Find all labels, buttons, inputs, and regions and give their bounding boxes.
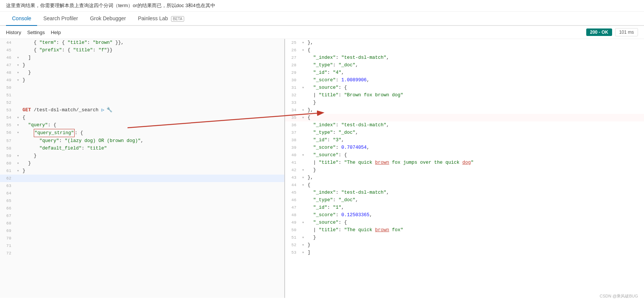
line-gutter: ▾ [300,174,306,181]
left-line-51: 51 [0,91,284,99]
line-gutter: ▾ [15,54,21,61]
line-number: 44 [285,181,300,189]
wrench-icon[interactable]: 🔧 [107,106,113,114]
line-content: "query": "(lazy dog) OR (brown dog)", [21,137,284,145]
run-icon[interactable]: ▷ [102,106,105,114]
line-gutter: ▾ [300,166,306,174]
left-line-61: 61▾} [0,167,284,175]
left-line-56: 56▾ "query_string": { [0,129,284,137]
right-line-41: 41 | "title": "The quick brown fox jumps… [285,159,644,166]
line-gutter: ▾ [15,69,21,76]
status-time-badge: 101 ms [615,28,638,36]
line-number: 60 [0,160,15,167]
left-line-47: 47▾} [0,61,284,69]
line-content: "_source": { [306,84,644,91]
watermark: CSDN @乘风破BUG [600,293,638,298]
line-number: 45 [285,189,300,196]
right-line-25: 25▾}, [285,39,644,46]
line-content: { [306,46,644,54]
line-content: | "title": "The quick brown fox jumps ov… [306,159,644,166]
right-line-44: 44▾{ [285,181,644,189]
left-line-55: 55▾ "query": { [0,121,284,129]
line-content: } [21,61,284,69]
line-content: GET /test-dsl-match/_search▷ 🔧 [21,106,284,114]
line-gutter: ▾ [300,151,306,159]
line-number: 44 [0,39,15,46]
right-line-53: 53▾] [285,249,644,256]
line-number: 32 [285,91,300,99]
line-number: 45 [0,46,15,54]
right-line-31: 31▾ "_source": { [285,84,644,91]
line-content: { "prefix": { "title": "f"}} [21,46,284,54]
line-gutter: ▾ [300,234,306,241]
line-content: "_id": "3", [306,136,644,144]
line-number: 30 [285,76,300,84]
right-line-48: 48 "_score": 0.12503365, [285,211,644,219]
line-gutter: ▾ [300,84,306,91]
line-content: } [306,166,644,174]
tab-grok-debugger[interactable]: Grok Debugger [84,12,132,26]
line-number: 47 [0,61,15,69]
line-number: 52 [0,99,15,106]
tab-console[interactable]: Console [6,12,37,26]
line-content: } [21,76,284,84]
line-gutter: ▾ [300,219,306,226]
left-line-70: 70 [0,235,284,242]
top-banner: 这里查询结果，你需要理解本质上查询这四个分词（term）or的结果而已，所以do… [0,0,644,12]
line-number: 34 [285,106,300,114]
toolbar-history[interactable]: History [6,30,21,35]
line-number: 42 [285,166,300,174]
left-line-59: 59▾ } [0,152,284,160]
left-line-64: 64 [0,190,284,197]
right-line-33: 33 } [285,99,644,106]
tab-painless-lab[interactable]: Painless Lab BETA [132,12,190,26]
right-line-29: 29 "_id": "4", [285,69,644,76]
line-number: 33 [285,99,300,106]
highlight-box: "query_string" [34,129,75,137]
line-number: 25 [285,39,300,46]
right-line-51: 51▾ } [285,234,644,241]
right-line-46: 46 "_type": "_doc", [285,196,644,204]
right-line-47: 47 "_id": "1", [285,204,644,211]
line-number: 48 [0,69,15,76]
left-line-65: 65 [0,197,284,205]
line-content: }, [306,106,644,114]
line-content: "_index": "test-dsl-match", [306,121,644,129]
right-line-50: 50 | "title": "The quick brown fox" [285,226,644,234]
right-panel[interactable]: 25▾},26▾{27 "_index": "test-dsl-match",2… [285,39,644,298]
line-content: ] [21,54,284,61]
line-gutter: ▾ [300,39,306,46]
right-line-39: 39 "_score": 0.7074054, [285,144,644,151]
line-number: 63 [0,182,15,190]
beta-badge: BETA [171,16,184,22]
line-number: 71 [0,242,15,250]
line-number: 39 [285,144,300,151]
line-number: 35 [285,114,300,121]
line-content: "query": { [21,121,284,129]
left-line-45: 45 { "prefix": { "title": "f"}} [0,46,284,54]
toolbar-help[interactable]: Help [51,30,61,35]
line-number: 58 [0,145,15,152]
status-ok-badge: 200 - OK [586,28,612,36]
tab-search-profiler[interactable]: Search Profiler [37,12,84,26]
line-content: "_index": "test-dsl-match", [306,54,644,61]
line-number: 53 [0,106,15,114]
left-panel[interactable]: 44 { "term": { "title": "brown" }},45 { … [0,39,285,298]
toolbar-settings[interactable]: Settings [27,30,45,35]
line-number: 46 [285,196,300,204]
line-content: }, [306,39,644,46]
line-gutter: ▾ [300,114,306,121]
line-number: 51 [285,234,300,241]
line-content: }, [306,174,644,181]
left-line-62: 62 [0,175,284,182]
left-line-52: 52 [0,99,284,106]
line-number: 43 [285,174,300,181]
line-content: "default_field": "title" [21,145,284,152]
left-line-68: 68 [0,220,284,227]
left-line-53: 53GET /test-dsl-match/_search▷ 🔧 [0,106,284,114]
line-content: } [21,69,284,76]
line-number: 65 [0,197,15,205]
right-line-43: 43▾}, [285,174,644,181]
left-line-49: 49▾} [0,76,284,84]
line-number: 36 [285,121,300,129]
